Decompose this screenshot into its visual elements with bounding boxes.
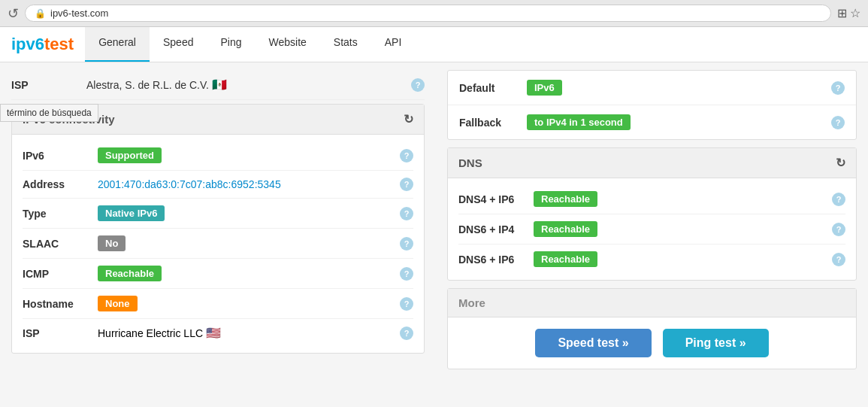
isp-label: ISP [11, 79, 86, 91]
default-badge: IPv6 [527, 80, 562, 96]
isp-value: Alestra, S. de R.L. de C.V. 🇲🇽 [86, 77, 411, 92]
dns6-ip6-badge: Reachable [534, 251, 597, 267]
dns-card: DNS ↻ DNS4 + IP6 Reachable ? DNS6 + IP4 … [447, 147, 857, 281]
address-info-icon[interactable]: ? [400, 178, 413, 191]
slaac-info-icon[interactable]: ? [400, 237, 413, 251]
dns-title: DNS [458, 156, 482, 169]
ipv6-badge: Supported [98, 147, 162, 163]
dns4-ip6-badge: Reachable [534, 191, 597, 207]
grid-icon[interactable]: ⊞ [837, 6, 847, 20]
type-badge: Native IPv6 [98, 205, 165, 221]
search-tooltip: término de búsqueda [0, 104, 98, 122]
default-label: Default [459, 82, 527, 94]
tab-ping[interactable]: Ping [207, 27, 255, 62]
back-button[interactable]: ↺ [8, 5, 19, 22]
address-bar[interactable]: 🔒 ipv6-test.com [25, 5, 831, 22]
dns4-ip6-value: Reachable [534, 191, 832, 207]
more-title: More [458, 296, 485, 309]
isp-card-label: ISP [23, 327, 98, 339]
nav-tabs: General Speed Ping Website Stats API [85, 27, 415, 62]
url-text: ipv6-test.com [50, 8, 108, 19]
dns4-ip6-info-icon[interactable]: ? [832, 193, 845, 206]
hostname-label: Hostname [23, 298, 98, 310]
navbar: ipv6 test General Speed Ping Website Sta… [0, 27, 868, 62]
icmp-badge: Reachable [98, 266, 162, 281]
more-header: More [448, 289, 856, 317]
default-fallback-card: Default IPv6 ? Fallback to IPv4 in 1 sec… [447, 70, 857, 140]
fallback-value: to IPv4 in 1 second [527, 114, 831, 130]
type-info-icon[interactable]: ? [400, 207, 413, 220]
icmp-label: ICMP [23, 268, 98, 280]
browser-bar: ↺ 🔒 ipv6-test.com ⊞ ☆ [0, 0, 868, 27]
dns6-ip4-badge: Reachable [534, 221, 597, 237]
fallback-info-icon[interactable]: ? [831, 116, 845, 129]
hostname-value: None [98, 296, 400, 311]
dns6-ip4-row: DNS6 + IP4 Reachable ? [458, 214, 845, 245]
address-link[interactable]: 2001:470:da63:0:7c07:ab8c:6952:5345 [98, 178, 281, 190]
logo: ipv6 test [8, 27, 85, 62]
more-card: More Speed test » Ping test » [447, 288, 857, 369]
card-body: IPv6 Supported ? Address 2001:470:da63:0… [12, 135, 424, 353]
slaac-row: SLAAC No ? [23, 229, 413, 259]
fallback-badge: to IPv4 in 1 second [527, 114, 631, 130]
hostname-row: Hostname None ? [23, 289, 413, 319]
default-row: Default IPv6 ? [448, 71, 856, 105]
refresh-icon[interactable]: ↻ [404, 112, 413, 126]
logo-ipv6: ipv6 [11, 35, 44, 54]
isp-flag: 🇲🇽 [212, 78, 227, 91]
ping-test-button[interactable]: Ping test » [663, 329, 769, 357]
tab-website[interactable]: Website [255, 27, 319, 62]
isp-card-row: ISP Hurricane Electric LLC 🇺🇸 ? [23, 319, 413, 347]
star-icon[interactable]: ☆ [850, 6, 860, 20]
fallback-row: Fallback to IPv4 in 1 second ? [448, 105, 856, 139]
dns-refresh-icon[interactable]: ↻ [836, 156, 845, 170]
dns6-ip6-row: DNS6 + IP6 Reachable ? [458, 245, 845, 274]
default-info-icon[interactable]: ? [831, 81, 845, 95]
ipv6-connectivity-card: IPv6 connectivity ↻ IPv6 Supported ? Add… [11, 104, 425, 354]
dns6-ip4-label: DNS6 + IP4 [458, 223, 534, 235]
tab-api[interactable]: API [371, 27, 416, 62]
dns6-ip4-info-icon[interactable]: ? [832, 223, 845, 236]
more-body: Speed test » Ping test » [448, 317, 856, 369]
icmp-value: Reachable [98, 266, 400, 281]
fallback-label: Fallback [459, 117, 527, 129]
ipv6-row: IPv6 Supported ? [23, 141, 413, 171]
dns6-ip6-value: Reachable [534, 251, 832, 267]
lock-icon: 🔒 [35, 8, 46, 19]
tab-stats[interactable]: Stats [320, 27, 371, 62]
slaac-value: No [98, 235, 400, 251]
browser-icons: ⊞ ☆ [837, 6, 860, 20]
dns-card-header: DNS ↻ [448, 148, 856, 178]
dns-card-body: DNS4 + IP6 Reachable ? DNS6 + IP4 Reacha… [448, 178, 856, 280]
dns4-ip6-label: DNS4 + IP6 [458, 193, 534, 205]
address-row: Address 2001:470:da63:0:7c07:ab8c:6952:5… [23, 171, 413, 199]
isp-info-icon[interactable]: ? [411, 78, 425, 92]
dns6-ip6-info-icon[interactable]: ? [832, 253, 845, 266]
hostname-info-icon[interactable]: ? [400, 297, 413, 311]
isp-card-value: Hurricane Electric LLC 🇺🇸 [98, 326, 400, 340]
isp-section: ISP Alestra, S. de R.L. de C.V. 🇲🇽 ? [11, 70, 425, 100]
dns6-ip4-value: Reachable [534, 221, 832, 237]
icmp-info-icon[interactable]: ? [400, 267, 413, 281]
address-label: Address [23, 178, 98, 190]
ipv6-info-icon[interactable]: ? [400, 149, 413, 162]
isp-card-info-icon[interactable]: ? [400, 327, 413, 340]
dns4-ip6-row: DNS4 + IP6 Reachable ? [458, 184, 845, 214]
speed-test-button[interactable]: Speed test » [535, 329, 651, 357]
slaac-label: SLAAC [23, 238, 98, 250]
dns6-ip6-label: DNS6 + IP6 [458, 254, 534, 266]
type-label: Type [23, 208, 98, 220]
tab-general[interactable]: General [85, 27, 150, 62]
hostname-badge: None [98, 296, 138, 311]
tab-speed[interactable]: Speed [150, 27, 207, 62]
right-column: Default IPv6 ? Fallback to IPv4 in 1 sec… [436, 62, 868, 377]
type-row: Type Native IPv6 ? [23, 199, 413, 229]
slaac-badge: No [98, 235, 126, 251]
icmp-row: ICMP Reachable ? [23, 259, 413, 289]
logo-test: test [44, 35, 74, 54]
search-tooltip-text: término de búsqueda [7, 108, 92, 118]
ipv6-label: IPv6 [23, 150, 98, 162]
ipv6-value: Supported [98, 147, 400, 163]
main-content: ISP Alestra, S. de R.L. de C.V. 🇲🇽 ? IPv… [0, 62, 868, 377]
type-value: Native IPv6 [98, 205, 400, 221]
